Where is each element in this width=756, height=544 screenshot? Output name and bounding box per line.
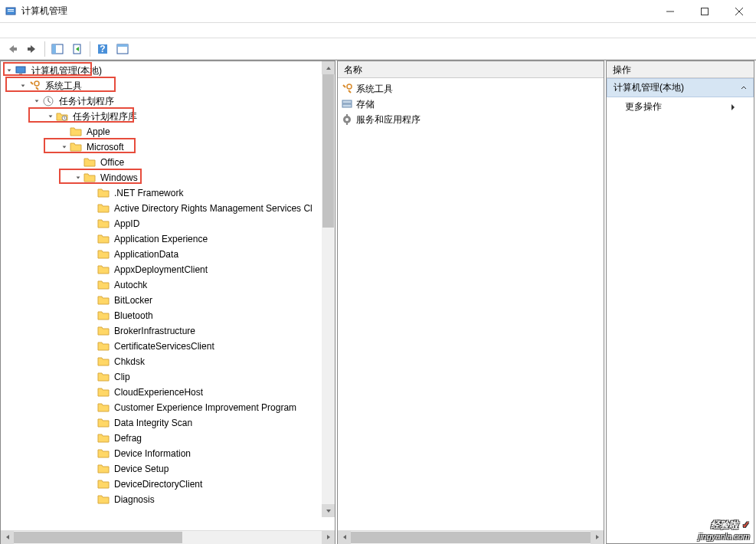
- node-icon: [97, 417, 110, 429]
- forward-button[interactable]: [23, 40, 41, 58]
- scroll-down-button[interactable]: [322, 504, 335, 517]
- tree-item-20[interactable]: Diagnosis: [1, 492, 335, 507]
- tree-item-3[interactable]: Application Experience: [1, 231, 335, 247]
- node-icon: [97, 264, 110, 276]
- expander-icon[interactable]: [45, 111, 56, 122]
- tree-item-5[interactable]: AppxDeploymentClient: [1, 262, 335, 277]
- expander-icon[interactable]: [31, 96, 42, 107]
- tree-item-10[interactable]: CertificateServicesClient: [1, 339, 335, 354]
- node-icon: [97, 356, 110, 368]
- list-item-label: 服务和应用程序: [356, 113, 421, 126]
- action-context-title[interactable]: 计算机管理(本地): [607, 78, 754, 97]
- tree-item-1[interactable]: Active Directory Rights Management Servi…: [1, 201, 335, 216]
- node-label: 系统工具: [44, 79, 83, 93]
- minimize-button[interactable]: [653, 0, 687, 23]
- node-label: Clip: [113, 371, 132, 383]
- list-item[interactable]: 存储: [341, 97, 601, 112]
- node-label: .NET Framework: [113, 187, 185, 199]
- node-icon: [97, 493, 110, 506]
- expander-icon[interactable]: [59, 142, 70, 152]
- svg-rect-7: [14, 48, 17, 51]
- tree-item-4[interactable]: ApplicationData: [1, 247, 335, 262]
- tree-item-19[interactable]: DeviceDirectoryClient: [1, 477, 335, 492]
- tree-microsoft[interactable]: Microsoft: [1, 139, 335, 155]
- show-hide-button[interactable]: [48, 40, 67, 58]
- list-header[interactable]: 名称: [338, 61, 604, 78]
- node-label: Autochk: [113, 279, 149, 291]
- menubar[interactable]: [0, 23, 756, 38]
- tree-apple[interactable]: Apple: [1, 124, 335, 139]
- node-icon: [97, 325, 110, 337]
- tree-item-8[interactable]: Bluetooth: [1, 308, 335, 323]
- tree-item-18[interactable]: Device Setup: [1, 461, 335, 477]
- tree-item-15[interactable]: Data Integrity Scan: [1, 415, 335, 431]
- list-item[interactable]: 系统工具: [341, 81, 601, 97]
- tree-schedlib[interactable]: 任务计划程序库: [1, 109, 335, 124]
- back-button[interactable]: [3, 40, 21, 58]
- tree-item-9[interactable]: BrokerInfrastructure: [1, 323, 335, 339]
- properties-button[interactable]: [113, 40, 132, 58]
- svg-rect-26: [346, 114, 348, 116]
- tree-item-7[interactable]: BitLocker: [1, 293, 335, 308]
- expander-icon[interactable]: [73, 172, 83, 183]
- expander-icon[interactable]: [18, 80, 28, 91]
- svg-point-21: [347, 84, 352, 89]
- node-icon: [42, 95, 54, 107]
- tree-office[interactable]: Office: [1, 155, 335, 170]
- tree-windows[interactable]: Windows: [1, 170, 335, 185]
- export-button[interactable]: [68, 40, 87, 58]
- tree-item-13[interactable]: CloudExperienceHost: [1, 385, 335, 400]
- tree-item-11[interactable]: Chkdsk: [1, 354, 335, 369]
- node-label: 任务计划程序库: [71, 110, 139, 124]
- node-label: CertificateServicesClient: [113, 340, 216, 352]
- node-label: BrokerInfrastructure: [113, 325, 197, 337]
- node-icon: [97, 463, 110, 475]
- node-label: Bluetooth: [113, 310, 155, 322]
- node-label: 计算机管理(本地): [30, 64, 103, 78]
- action-pane: 操作 计算机管理(本地) 更多操作: [606, 61, 754, 544]
- scroll-up-button[interactable]: [322, 61, 335, 74]
- node-icon: [97, 187, 110, 199]
- tree-item-14[interactable]: Customer Experience Improvement Program: [1, 400, 335, 415]
- node-icon: [97, 478, 110, 490]
- help-button[interactable]: ?: [93, 40, 112, 58]
- action-pane-header: 操作: [607, 61, 754, 78]
- tree-root[interactable]: 计算机管理(本地): [1, 63, 335, 78]
- horizontal-scrollbar[interactable]: [338, 530, 604, 543]
- tree-item-12[interactable]: Clip: [1, 369, 335, 385]
- svg-rect-27: [346, 123, 348, 125]
- expander-icon[interactable]: [4, 65, 15, 76]
- content: 计算机管理(本地)系统工具任务计划程序任务计划程序库AppleMicrosoft…: [0, 60, 756, 544]
- maximize-button[interactable]: [687, 0, 722, 23]
- horizontal-scrollbar[interactable]: [1, 530, 335, 543]
- svg-point-18: [34, 81, 39, 86]
- node-label: ApplicationData: [113, 248, 180, 261]
- action-more[interactable]: 更多操作: [607, 97, 754, 116]
- list-item[interactable]: 服务和应用程序: [341, 112, 601, 127]
- node-icon: [97, 340, 110, 352]
- tree-item-2[interactable]: AppID: [1, 216, 335, 231]
- list-item-label: 存储: [356, 98, 375, 111]
- tree-item-0[interactable]: .NET Framework: [1, 185, 335, 201]
- tree-scheduler[interactable]: 任务计划程序: [1, 93, 335, 109]
- svg-rect-16: [16, 67, 25, 73]
- node-icon: [28, 80, 41, 92]
- tree-item-17[interactable]: Device Information: [1, 446, 335, 461]
- window-title: 计算机管理: [21, 5, 653, 18]
- node-label: Device Setup: [113, 463, 170, 475]
- node-icon: [97, 202, 110, 215]
- tree-systools[interactable]: 系统工具: [1, 78, 335, 93]
- action-more-label: 更多操作: [625, 100, 662, 113]
- tree-item-16[interactable]: Defrag: [1, 431, 335, 446]
- separator: [44, 41, 45, 57]
- app-icon: [5, 5, 17, 18]
- toolbar: ?: [0, 38, 756, 60]
- node-label: Apple: [85, 126, 112, 138]
- node-label: 任务计划程序: [57, 94, 116, 109]
- list-body: 系统工具存储服务和应用程序: [338, 78, 604, 530]
- close-button[interactable]: [722, 0, 756, 23]
- node-label: Active Directory Rights Management Servi…: [113, 202, 314, 215]
- tree-item-6[interactable]: Autochk: [1, 277, 335, 293]
- node-icon: [97, 294, 110, 306]
- vertical-scrollbar[interactable]: [322, 61, 335, 517]
